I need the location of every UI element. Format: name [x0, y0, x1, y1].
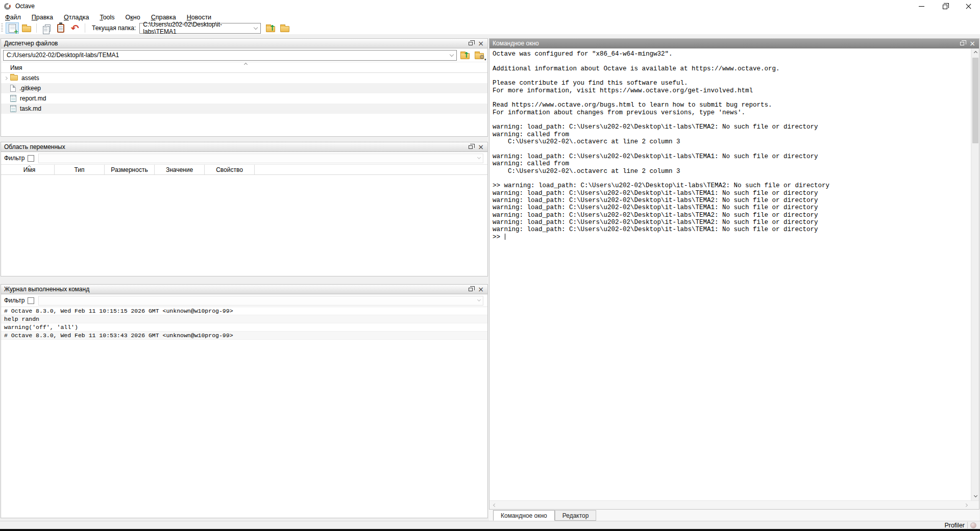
- scroll-up-button[interactable]: [971, 48, 979, 57]
- history-entry[interactable]: # Octave 8.3.0, Wed Feb 11 10:53:43 2026…: [1, 332, 487, 340]
- chevron-left-icon: [493, 503, 496, 507]
- undo-button[interactable]: ↶: [68, 22, 82, 34]
- undo-icon: ↶: [71, 24, 79, 32]
- file-row[interactable]: task.md: [1, 104, 487, 114]
- filter-combobox[interactable]: [38, 154, 483, 163]
- expander[interactable]: [1, 77, 10, 80]
- close-icon: ×: [478, 40, 484, 47]
- tab-Редактор[interactable]: Редактор: [555, 510, 597, 521]
- close-icon: [966, 4, 971, 9]
- chevron-down-icon: [450, 52, 454, 56]
- workspace-column-Размерность[interactable]: Размерность: [105, 165, 155, 174]
- folder-up-button[interactable]: ↑: [264, 22, 277, 34]
- menu-item-Файл[interactable]: Файл: [5, 14, 21, 21]
- scroll-down-button[interactable]: [971, 492, 979, 500]
- copy-button[interactable]: [40, 22, 53, 34]
- console-prompt-line[interactable]: >>: [493, 234, 979, 241]
- menu-item-Справка[interactable]: Справка: [151, 14, 176, 21]
- menu-item-Окно[interactable]: Окно: [126, 14, 140, 21]
- close-panel-button[interactable]: ×: [476, 39, 486, 48]
- close-panel-button[interactable]: ×: [967, 39, 977, 48]
- vertical-scrollbar[interactable]: [971, 48, 979, 500]
- paste-button[interactable]: [54, 22, 67, 34]
- close-icon: ×: [969, 40, 975, 47]
- close-icon: ×: [478, 286, 484, 293]
- console-area[interactable]: Octave was configured for "x86_64-w64-mi…: [489, 48, 979, 500]
- toolbar-grip[interactable]: [1, 23, 3, 33]
- workspace-titlebar[interactable]: Область переменных ×: [1, 142, 487, 152]
- menu-item-Отладка[interactable]: Отладка: [64, 14, 89, 21]
- file-row[interactable]: .gitkeep: [1, 83, 487, 93]
- history-title: Журнал выполненных команд: [4, 286, 89, 293]
- menu-item-Новости[interactable]: Новости: [187, 14, 211, 21]
- command-window-titlebar[interactable]: Командное окно ×: [489, 39, 979, 48]
- tab-Командное окно[interactable]: Командное окно: [493, 510, 555, 521]
- workspace-column-Значение[interactable]: Значение: [155, 165, 205, 174]
- close-panel-button[interactable]: ×: [476, 285, 486, 294]
- menu-item-Правка[interactable]: Правка: [32, 14, 53, 21]
- console-line: For information about changes from previ…: [493, 109, 979, 116]
- menu-item-Tools[interactable]: Tools: [100, 14, 114, 21]
- open-button[interactable]: [20, 22, 33, 34]
- history-entry[interactable]: # Octave 8.3.0, Wed Feb 11 10:15:15 2026…: [1, 307, 487, 315]
- minimize-icon: [919, 6, 924, 7]
- chevron-right-icon: [964, 503, 967, 507]
- column-label: Имя: [10, 64, 22, 71]
- minimize-button[interactable]: [910, 0, 933, 12]
- filter-checkbox[interactable]: [28, 297, 34, 304]
- folder-up-icon: ↑: [266, 26, 275, 32]
- one-directory-up-button[interactable]: ↑: [458, 50, 471, 61]
- new-script-button[interactable]: [6, 22, 19, 34]
- undock-button[interactable]: [465, 143, 476, 151]
- file-browser-titlebar[interactable]: Диспетчер файлов ×: [1, 39, 487, 48]
- file-row[interactable]: report.md: [1, 93, 487, 104]
- undock-icon: [960, 42, 964, 45]
- scroll-left-button[interactable]: [491, 501, 499, 509]
- undock-icon: [469, 42, 473, 45]
- workspace-filter-row: Фильтр: [1, 152, 487, 164]
- console-line: warning: load_path: C:\Users\u202-02\Des…: [493, 204, 979, 211]
- undock-button[interactable]: [465, 39, 476, 48]
- browse-folder-button[interactable]: [278, 22, 291, 34]
- workspace-column-Свойство[interactable]: Свойство: [205, 165, 255, 174]
- undock-button[interactable]: [465, 285, 476, 294]
- workspace-column-Тип[interactable]: Тип: [55, 165, 105, 174]
- command-window-panel: Командное окно × Octave was configured f…: [489, 38, 979, 510]
- horizontal-scrollbar[interactable]: [489, 500, 979, 509]
- file-name-column-header[interactable]: Имя: [1, 62, 487, 73]
- file-name: task.md: [20, 105, 41, 112]
- history-filter-row: Фильтр: [1, 294, 487, 307]
- folder-actions-button[interactable]: ⚙▾: [473, 50, 485, 61]
- console-line: [493, 72, 979, 80]
- close-panel-button[interactable]: ×: [476, 143, 486, 151]
- console-line: warning: load_path: C:\Users\u202-02\Des…: [493, 153, 979, 160]
- new-script-icon: [9, 24, 16, 33]
- close-button[interactable]: [957, 0, 980, 12]
- text-file-icon: [10, 95, 16, 102]
- scrollbar-thumb[interactable]: [972, 58, 978, 143]
- current-folder-combobox[interactable]: C:\Users\u202-02\Desktop\it-labs\TEMA1: [139, 23, 261, 34]
- window-chrome: Octave ФайлПравкаОтладкаToolsОкноСправка…: [0, 0, 980, 34]
- file-row[interactable]: assets: [1, 73, 487, 83]
- file-browser-path-combobox[interactable]: C:/Users/u202-02/Desktop/it-labs/TEMA1: [3, 50, 457, 61]
- profiler-status-led-icon: [970, 522, 976, 528]
- undock-button[interactable]: [957, 39, 967, 48]
- file-name: report.md: [20, 95, 46, 102]
- console-line: C:\Users\u202-02\.octaverc at line 2 col…: [493, 168, 979, 175]
- restore-icon: [943, 5, 947, 9]
- scroll-right-button[interactable]: [962, 501, 970, 509]
- history-titlebar[interactable]: Журнал выполненных команд ×: [1, 285, 487, 294]
- filter-combobox[interactable]: [38, 296, 483, 306]
- history-entry[interactable]: help randn: [1, 315, 487, 323]
- title-bar[interactable]: Octave: [0, 0, 980, 12]
- toolbar-separator: [85, 23, 85, 33]
- workspace-column-Имя[interactable]: Имя: [5, 165, 55, 174]
- open-folder-icon: [22, 26, 31, 32]
- console-line: [493, 175, 979, 182]
- tab-list: Командное окноРедактор: [493, 510, 596, 521]
- restore-button[interactable]: [933, 0, 957, 12]
- history-list: # Octave 8.3.0, Wed Feb 11 10:15:15 2026…: [1, 307, 487, 340]
- column-label: Размерность: [111, 166, 148, 173]
- filter-checkbox[interactable]: [28, 155, 34, 162]
- history-entry[interactable]: warning('off', 'all'): [1, 323, 487, 332]
